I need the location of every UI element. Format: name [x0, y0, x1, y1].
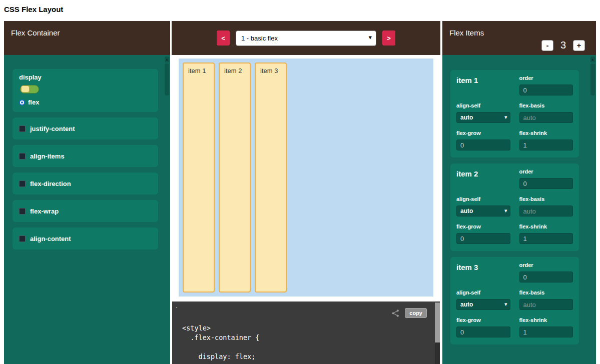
flex-container-panel: Flex Container ▲ display flex justify-co… — [4, 21, 170, 364]
flex-item-2: item 2 — [219, 62, 251, 292]
flex-basis-input[interactable] — [519, 112, 573, 123]
justify-content-label: justify-content — [30, 125, 75, 132]
display-label: display — [19, 74, 152, 81]
flex-shrink-group: flex-shrink — [519, 224, 573, 244]
remove-item-button[interactable]: - — [541, 40, 553, 51]
flex-grow-group: flex-grow — [456, 130, 510, 150]
flex-grow-input[interactable] — [456, 233, 510, 244]
flex-items-header: Flex Items - 3 + — [442, 21, 596, 55]
flex-container-title: Flex Container — [11, 28, 60, 37]
align-self-select[interactable]: auto — [456, 206, 510, 216]
align-items-checkbox[interactable] — [19, 153, 26, 160]
code-scrollbar[interactable] — [435, 302, 440, 364]
align-self-label: align-self — [456, 196, 510, 202]
align-self-group: align-self auto — [456, 196, 510, 216]
flex-grow-input[interactable] — [456, 140, 510, 150]
align-self-select[interactable]: auto — [456, 299, 510, 310]
order-label: order — [519, 75, 573, 82]
code-dot: . — [176, 302, 178, 310]
flex-container-body: ▲ display flex justify-content align-ite… — [4, 55, 170, 364]
example-select[interactable]: 1 - basic flex — [236, 30, 376, 46]
display-toggle[interactable] — [20, 85, 39, 94]
flex-item-1: item 1 — [183, 62, 215, 292]
order-input[interactable] — [519, 178, 573, 189]
flex-items-body: ▲ item 1 order align-self auto flex-basi… — [442, 55, 596, 364]
left-scrollbar[interactable]: ▲ — [165, 56, 169, 362]
flex-item-card-1: item 1 order align-self auto flex-basis … — [450, 70, 579, 158]
item-card-title: item 1 — [456, 75, 510, 96]
flex-grow-label: flex-grow — [456, 130, 510, 136]
flex-item-card-2: item 2 order align-self auto flex-basis … — [450, 164, 579, 251]
option-card-flex-direction: flex-direction — [13, 172, 158, 194]
flex-shrink-group: flex-shrink — [519, 130, 573, 150]
flex-grow-group: flex-grow — [456, 317, 510, 338]
item-count: 3 — [560, 40, 566, 51]
copy-button[interactable]: copy — [405, 308, 427, 318]
add-item-button[interactable]: + — [573, 40, 585, 51]
option-card-justify-content: justify-content — [13, 118, 158, 140]
toggle-knob — [21, 86, 30, 92]
align-self-group: align-self auto — [456, 290, 510, 310]
example-select-wrap: 1 - basic flex — [236, 30, 376, 46]
scrollbar-thumb[interactable] — [590, 64, 595, 96]
flex-basis-label: flex-basis — [519, 196, 573, 202]
flex-items-title: Flex Items — [449, 28, 484, 37]
flex-wrap-checkbox[interactable] — [19, 208, 26, 214]
code-toolbar: copy — [391, 308, 427, 318]
flex-items-panel: Flex Items - 3 + ▲ item 1 order align-se… — [442, 21, 596, 364]
align-self-select[interactable]: auto — [456, 112, 510, 123]
option-card-align-items: align-items — [13, 145, 158, 167]
order-label: order — [519, 168, 573, 175]
share-icon[interactable] — [391, 309, 400, 318]
flex-shrink-label: flex-shrink — [519, 130, 573, 136]
flex-container-preview: item 1 item 2 item 3 — [179, 58, 433, 296]
flex-shrink-input[interactable] — [519, 140, 573, 150]
flex-grow-group: flex-grow — [456, 224, 510, 244]
order-input[interactable] — [519, 272, 573, 282]
flex-shrink-label: flex-shrink — [519, 317, 573, 324]
next-example-button[interactable]: > — [382, 30, 395, 46]
scroll-up-arrow[interactable]: ▲ — [590, 56, 595, 62]
item-card-title: item 3 — [456, 262, 510, 282]
flex-wrap-label: flex-wrap — [30, 208, 59, 215]
flex-radio-row: flex — [19, 98, 152, 106]
align-self-group: align-self auto — [456, 102, 510, 123]
scroll-up-arrow[interactable]: ▲ — [165, 56, 169, 62]
option-card-align-content: align-content — [13, 228, 158, 250]
display-card: display flex — [13, 69, 158, 112]
scrollbar-thumb[interactable] — [165, 64, 169, 96]
flex-basis-input[interactable] — [519, 299, 573, 310]
order-input[interactable] — [519, 84, 573, 96]
flex-shrink-input[interactable] — [519, 233, 573, 244]
flex-grow-label: flex-grow — [456, 317, 510, 324]
order-group: order — [519, 262, 573, 282]
flex-shrink-label: flex-shrink — [519, 224, 573, 230]
align-content-label: align-content — [30, 235, 71, 242]
flex-grow-label: flex-grow — [456, 224, 510, 230]
code-scrollbar-thumb[interactable] — [435, 302, 440, 342]
align-items-label: align-items — [30, 152, 65, 160]
flex-basis-group: flex-basis — [519, 102, 573, 123]
flex-grow-input[interactable] — [456, 326, 510, 338]
flex-basis-input[interactable] — [519, 206, 573, 216]
code-block: . copy <style> .flex-container { display… — [172, 302, 440, 364]
flex-shrink-input[interactable] — [519, 326, 573, 338]
prev-example-button[interactable]: < — [217, 30, 230, 46]
flex-direction-checkbox[interactable] — [19, 180, 26, 187]
right-scrollbar[interactable]: ▲ — [590, 56, 595, 362]
justify-content-checkbox[interactable] — [19, 126, 26, 132]
flex-shrink-group: flex-shrink — [519, 317, 573, 338]
item-count-controls: - 3 + — [541, 40, 585, 51]
flex-basis-group: flex-basis — [519, 290, 573, 310]
order-label: order — [519, 262, 573, 268]
flex-basis-label: flex-basis — [519, 102, 573, 109]
preview-column: < 1 - basic flex > item 1 item 2 item 3 … — [172, 21, 440, 364]
align-content-checkbox[interactable] — [19, 236, 26, 242]
option-card-flex-wrap: flex-wrap — [13, 200, 158, 222]
item-card-title: item 2 — [456, 168, 510, 189]
flex-radio[interactable] — [19, 100, 25, 106]
flex-direction-label: flex-direction — [30, 180, 71, 188]
order-group: order — [519, 75, 573, 96]
order-group: order — [519, 168, 573, 189]
page-title: CSS Flex Layout — [4, 5, 63, 14]
